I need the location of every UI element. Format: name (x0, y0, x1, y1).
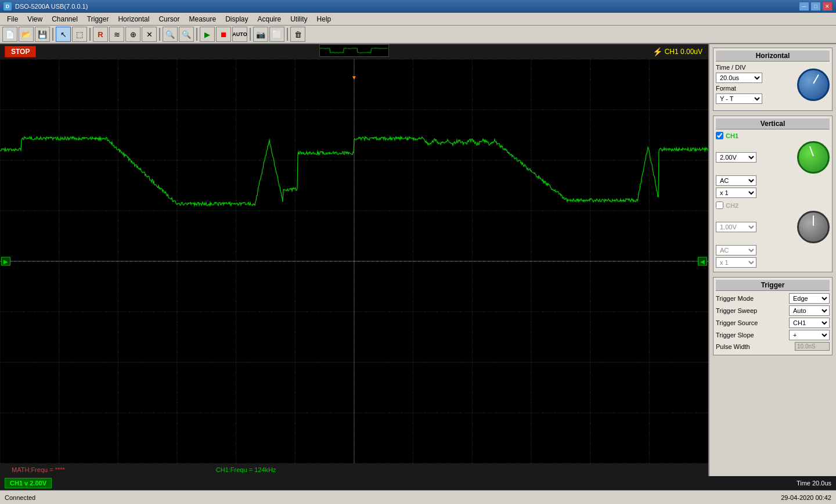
format-row: Format (716, 85, 794, 92)
scope-header: STOP ⚡ CH1 0.00uV (0, 44, 708, 59)
toolbar-auto[interactable]: AUTO (232, 27, 247, 42)
time-div-select[interactable]: 20.0us (716, 73, 762, 83)
ch2-probe-row: x 1 x 10 (716, 257, 830, 268)
trigger-sweep-row: Trigger Sweep Auto Normal Single (716, 305, 830, 316)
bottom-status-bar: CH1 v 2.00V Time 20.0us (0, 476, 836, 490)
ch1-header-row: CH1 (716, 132, 830, 139)
menu-horizontal[interactable]: Horizontal (113, 14, 154, 24)
time-div-label: Time / DIV (716, 64, 746, 71)
ch1-frequency: CH1:Frequ = 124kHz (216, 466, 276, 473)
horizontal-knob-container: Time / DIV 20.0us Format Y - T (716, 64, 830, 106)
trigger-mode-label: Trigger Mode (716, 295, 754, 302)
pulse-width-row: Pulse Width (716, 342, 830, 351)
trigger-section: Trigger Trigger Mode Edge Pulse Slope Vi… (713, 277, 833, 355)
lightning-icon: ⚡ (653, 47, 662, 56)
toolbar-func[interactable]: ≋ (109, 27, 124, 42)
trigger-slope-select[interactable]: + - (789, 330, 830, 340)
trigger-slope-row: Trigger Slope + - (716, 330, 830, 340)
main-area: STOP ⚡ CH1 0.00uV ▼ ▶ ◀ MATH:Frequ = ***… (0, 44, 836, 476)
ch2-controls-row: 1.00V (716, 211, 830, 243)
ch2-knob[interactable] (797, 211, 830, 243)
toolbar-plus[interactable]: ⊕ (125, 27, 140, 42)
vertical-section: Vertical CH1 2.00V (713, 116, 833, 272)
menu-help[interactable]: Help (312, 14, 336, 24)
toolbar-capture[interactable]: 📷 (253, 27, 268, 42)
trigger-sweep-select[interactable]: Auto Normal Single (789, 305, 830, 316)
ch2-checkbox[interactable] (716, 201, 723, 209)
toolbar-sep5 (250, 28, 251, 41)
trigger-mini-wave (319, 44, 389, 57)
toolbar-pointer[interactable]: ↖ (56, 27, 71, 42)
scope-area: STOP ⚡ CH1 0.00uV ▼ ▶ ◀ MATH:Frequ = ***… (0, 44, 708, 476)
time-div-row: Time / DIV (716, 64, 794, 71)
ch1-voltage-display: ⚡ CH1 0.00uV (653, 47, 702, 56)
ch2-coupling-select[interactable]: AC DC (716, 245, 756, 255)
toolbar-record[interactable]: ⬜ (269, 27, 284, 42)
menu-bar: File View Channel Trigger Horizontal Cur… (0, 13, 836, 26)
menu-display[interactable]: Display (221, 14, 253, 24)
menu-view[interactable]: View (23, 14, 47, 24)
menu-acquire[interactable]: Acquire (253, 14, 286, 24)
toolbar-new[interactable]: 📄 (2, 27, 17, 42)
toolbar-sep2 (89, 28, 91, 41)
toolbar-sep4 (196, 28, 197, 41)
pulse-width-label: Pulse Width (716, 343, 750, 350)
menu-cursor[interactable]: Cursor (154, 14, 184, 24)
toolbar-stop[interactable]: ⏹ (216, 27, 231, 42)
ch1-coupling-select[interactable]: AC DC GND (716, 175, 756, 186)
vertical-title: Vertical (716, 118, 830, 129)
toolbar-sep6 (287, 28, 288, 41)
ch1-checkbox[interactable] (716, 132, 723, 139)
menu-trigger[interactable]: Trigger (82, 14, 114, 24)
format-label: Format (716, 85, 736, 92)
menu-measure[interactable]: Measure (184, 14, 221, 24)
ch1-controls-row: 2.00V (716, 141, 830, 174)
format-select-row: Y - T (716, 93, 794, 104)
measure-bar: MATH:Frequ = **** CH1:Frequ = 124kHz (0, 463, 708, 476)
toolbar-open[interactable]: 📂 (19, 27, 34, 42)
math-frequency: MATH:Frequ = **** (12, 466, 65, 473)
title-bar: D DSO-5200A USB(7.0.0.1) ─ □ ✕ (0, 0, 836, 13)
ch1-knob[interactable] (797, 141, 830, 174)
ch2-label: CH2 (726, 202, 738, 209)
ch2-probe-select[interactable]: x 1 x 10 (716, 257, 756, 268)
connected-status: Connected (5, 494, 35, 501)
menu-utility[interactable]: Utility (286, 14, 312, 24)
toolbar-zoomout[interactable]: 🔍 (179, 27, 194, 42)
ch2-checkbox-row: CH2 (716, 201, 738, 209)
ch2-coupling-row: AC DC (716, 245, 830, 255)
toolbar-select[interactable]: ⬚ (72, 27, 87, 42)
ch2-knob-wrapper (797, 211, 830, 243)
scope-canvas-wrapper[interactable]: ▼ ▶ ◀ (0, 59, 708, 463)
oscilloscope-canvas[interactable] (0, 59, 708, 463)
window-controls: ─ □ ✕ (799, 2, 833, 11)
toolbar-x[interactable]: ✕ (142, 27, 157, 42)
menu-channel[interactable]: Channel (47, 14, 82, 24)
trigger-source-select[interactable]: CH1 CH2 EXT (789, 318, 830, 328)
ch1-status: CH1 v 2.00V (5, 478, 52, 488)
maximize-button[interactable]: □ (810, 2, 821, 11)
datetime: 29-04-2020 00:42 (781, 494, 831, 501)
toolbar-play[interactable]: ▶ (200, 27, 215, 42)
trigger-mode-select[interactable]: Edge Pulse Slope Video Alternate (789, 293, 830, 304)
ch1-probe-select[interactable]: x 1 x 10 x 100 (716, 188, 756, 198)
menu-file[interactable]: File (2, 14, 23, 24)
stop-button[interactable]: STOP (5, 46, 36, 57)
ch1-voltage-select[interactable]: 2.00V (716, 152, 756, 163)
trigger-pointer: ▼ (351, 74, 357, 81)
toolbar-clear[interactable]: 🗑 (290, 27, 305, 42)
toolbar-save[interactable]: 💾 (35, 27, 50, 42)
close-button[interactable]: ✕ (822, 2, 833, 11)
trigger-source-row: Trigger Source CH1 CH2 EXT (716, 318, 830, 328)
horizontal-knob[interactable] (797, 69, 830, 101)
toolbar-zoomin[interactable]: 🔍 (163, 27, 178, 42)
horizontal-section: Horizontal Time / DIV 20.0us Format (713, 48, 833, 111)
horizontal-title: Horizontal (716, 51, 830, 62)
toolbar-run[interactable]: R (93, 27, 108, 42)
pulse-width-input[interactable] (795, 342, 830, 351)
very-bottom-bar: Connected 29-04-2020 00:42 (0, 490, 836, 504)
ch2-voltage-select[interactable]: 1.00V (716, 222, 756, 232)
format-select[interactable]: Y - T (716, 93, 762, 104)
trigger-mode-row: Trigger Mode Edge Pulse Slope Video Alte… (716, 293, 830, 304)
minimize-button[interactable]: ─ (799, 2, 809, 11)
